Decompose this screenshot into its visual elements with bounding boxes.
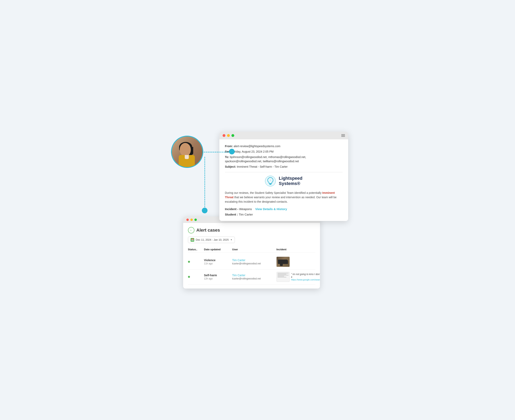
date-range: Dec 11, 2024 - Jan 10, 2025 [196, 238, 229, 241]
to-label: To: [225, 155, 229, 159]
window-buttons [223, 134, 234, 137]
col-incident: Incident [277, 248, 315, 251]
user-name-link[interactable]: Tim Carter [232, 259, 277, 262]
incident-cell [277, 257, 315, 267]
main-scene: From: alert-review@lightspeedsystems.com… [167, 132, 348, 289]
col-user: User [232, 248, 277, 251]
status-dot-2 [188, 276, 190, 278]
incident-cell-2: " im not going to kms I don't k https://… [277, 272, 320, 282]
email-body-text2: that we believe warrants your review and… [225, 196, 337, 203]
alert-maximize-button[interactable] [194, 218, 197, 221]
svg-rect-2 [269, 184, 271, 185]
table-row: Self-harm 12h ago Tim Carter tcarter@rol… [188, 270, 315, 285]
alert-title-row: ← Alert cases [188, 227, 315, 233]
incident-text: " im not going to kms I don't k https://… [291, 273, 320, 281]
logo-text: Lightspeed Systems® [279, 176, 302, 186]
student-label: Student : [225, 213, 238, 216]
lightspeed-logo: Lightspeed Systems® [225, 175, 343, 187]
user-name-link-2[interactable]: Tim Carter [232, 274, 277, 277]
incident-preview [277, 257, 315, 267]
email-divider [225, 172, 343, 172]
calendar-icon: 📅 [191, 238, 194, 242]
incident-type-text: Weapons [239, 207, 252, 211]
svg-rect-1 [269, 184, 271, 184]
col-status: Status.. [188, 248, 204, 251]
avatar [171, 136, 203, 168]
incident-thumbnail [277, 257, 290, 267]
doc-thumbnail [277, 272, 290, 282]
doc-line [277, 273, 289, 273]
gun-image [277, 257, 290, 267]
incident-line: Incident - Weapons View Details & Histor… [225, 207, 343, 211]
gun-shape [278, 260, 288, 264]
from-value: alert-review@lightspeedsystems.com [234, 145, 280, 148]
doc-line [277, 274, 286, 274]
time-ago-label: 11h ago [204, 262, 232, 265]
table-row: Violence 11h ago Tim Carter tcarter@roll… [188, 254, 315, 270]
close-button[interactable] [223, 134, 225, 137]
email-sent-line: Sent: Friday, August 23, 2024 2:05 PM [225, 150, 343, 154]
to-value: bjohnson@rollingwoodisd.net, mthomas@rol… [225, 155, 306, 163]
minimize-button[interactable] [227, 134, 230, 137]
alert-window: ← Alert cases 📅 Dec 11, 2024 - Jan 10, 2… [183, 217, 320, 289]
email-titlebar [219, 132, 348, 139]
col-date: Date updated [204, 248, 232, 251]
email-body: From: alert-review@lightspeedsystems.com… [219, 139, 348, 221]
incident-quote: " im not going to kms I don't k [291, 273, 320, 278]
incident-preview-2: " im not going to kms I don't k https://… [277, 272, 320, 282]
email-window: From: alert-review@lightspeedsystems.com… [219, 132, 348, 221]
back-button[interactable]: ← [188, 227, 194, 233]
student-name: Tim Carter [239, 213, 253, 216]
sent-value: Friday, August 23, 2024 2:05 PM [233, 150, 274, 153]
alert-body: ← Alert cases 📅 Dec 11, 2024 - Jan 10, 2… [183, 223, 320, 289]
user-email-label: tcarter@rollingwoodisd.net [232, 262, 277, 265]
email-subject-line: Subject: Imminent Threat - Self-harm - T… [225, 165, 343, 169]
table-header: Status.. Date updated User Incident [188, 246, 315, 253]
status-cell-2 [188, 276, 204, 278]
incident-url: https://www.google.com/search [291, 278, 320, 281]
doc-line [277, 275, 289, 275]
connector-horizontal [202, 152, 231, 152]
student-line: Student : Tim Carter [225, 213, 343, 216]
logo-name: Lightspeed [279, 176, 302, 181]
user-email-label-2: tcarter@rollingwoodisd.net [232, 277, 277, 280]
doc-line [277, 277, 286, 278]
subject-value: Imminent Threat - Self-harm - Tim Carter [237, 165, 288, 168]
time-ago-label-2: 12h ago [204, 277, 232, 280]
connector-dot-bottom [202, 208, 208, 213]
doc-line [277, 276, 284, 277]
alert-minimize-button[interactable] [190, 218, 193, 221]
email-body-text1: During our reviews, the Student Safety S… [225, 191, 323, 195]
lightspeed-logo-icon [265, 175, 276, 187]
incident-type-label: Violence [204, 259, 232, 262]
from-label: From: [225, 145, 233, 148]
view-details-button[interactable]: View Details & History [255, 207, 287, 211]
email-from-line: From: alert-review@lightspeedsystems.com [225, 144, 343, 148]
email-content-body: During our reviews, the Student Safety S… [225, 191, 343, 204]
email-to-line: To: bjohnson@rollingwoodisd.net, mthomas… [225, 155, 343, 164]
status-cell [188, 261, 204, 263]
user-cell: Tim Carter tcarter@rollingwoodisd.net [232, 259, 277, 265]
date-filter[interactable]: 📅 Dec 11, 2024 - Jan 10, 2025 ▼ [188, 237, 235, 243]
alert-title: Alert cases [196, 228, 220, 233]
connector-vertical [204, 157, 205, 209]
date-cell-2: Self-harm 12h ago [204, 274, 232, 280]
status-dot [188, 261, 190, 263]
connector-dot-right [229, 149, 235, 154]
maximize-button[interactable] [231, 134, 234, 137]
incident-label: Incident - [225, 207, 238, 211]
incident-type-label-2: Self-harm [204, 274, 232, 277]
menu-icon[interactable] [341, 134, 345, 137]
date-cell: Violence 11h ago [204, 259, 232, 265]
user-cell-2: Tim Carter tcarter@rollingwoodisd.net [232, 274, 277, 280]
subject-label: Subject: [225, 165, 236, 168]
alert-close-button[interactable] [186, 218, 189, 221]
chevron-down-icon: ▼ [231, 239, 232, 241]
logo-tagline: Systems® [279, 181, 302, 186]
